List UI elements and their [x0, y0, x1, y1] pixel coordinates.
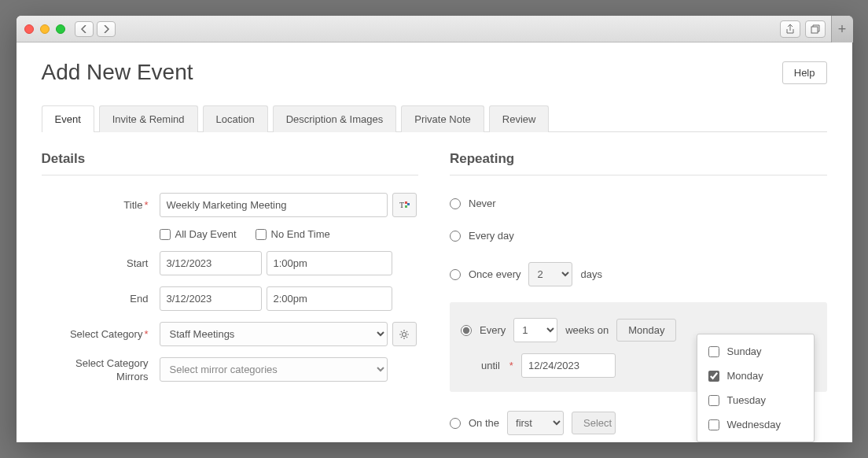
- required-star: *: [144, 328, 148, 340]
- on-the-day-button[interactable]: Select: [572, 412, 616, 434]
- repeat-never-row[interactable]: Never: [450, 193, 827, 214]
- svg-rect-4: [407, 203, 410, 205]
- tab-bar: Event Invite & Remind Location Descripti…: [42, 105, 827, 132]
- format-icon: T: [398, 199, 410, 212]
- mirror-label: Select Category Mirrors: [42, 357, 160, 384]
- help-button[interactable]: Help: [782, 61, 827, 84]
- repeat-once-every-radio[interactable]: [450, 269, 461, 280]
- titlebar: +: [17, 16, 852, 42]
- weekday-popup: Sunday Monday Tuesday Wednesday: [697, 334, 815, 442]
- nav-buttons: [75, 21, 116, 37]
- tabs-icon: [811, 24, 820, 34]
- repeat-weekly-block: Every 1 weeks on Monday until * Sunday: [450, 302, 827, 392]
- traffic-lights: [24, 24, 65, 34]
- minimize-icon[interactable]: [40, 24, 50, 34]
- required-star: *: [144, 199, 148, 211]
- svg-rect-3: [405, 205, 407, 208]
- required-star: *: [509, 360, 513, 371]
- repeat-every-week-radio[interactable]: [461, 325, 472, 336]
- tabs-button[interactable]: [805, 20, 826, 38]
- start-date-input[interactable]: [160, 251, 262, 275]
- repeat-every-day-row[interactable]: Every day: [450, 225, 827, 246]
- repeat-once-every-row[interactable]: Once every 2 days: [450, 257, 827, 291]
- close-icon[interactable]: [24, 24, 34, 34]
- repeat-every-day-radio[interactable]: [450, 231, 461, 242]
- tab-description[interactable]: Description & Images: [273, 105, 397, 132]
- tab-review[interactable]: Review: [489, 105, 550, 132]
- category-select[interactable]: Staff Meetings: [160, 322, 388, 346]
- svg-rect-2: [405, 201, 407, 204]
- all-day-checkbox[interactable]: All Day Event: [160, 228, 237, 240]
- back-button[interactable]: [75, 21, 94, 37]
- category-settings-button[interactable]: [392, 322, 417, 346]
- app-window: + Add New Event Help Event Invite & Remi…: [17, 16, 852, 442]
- repeating-section: Repeating Never Every day Once every 2 d…: [450, 151, 827, 442]
- maximize-icon[interactable]: [56, 24, 65, 34]
- no-end-checkbox[interactable]: No End Time: [256, 228, 330, 240]
- repeat-never-radio[interactable]: [450, 198, 461, 209]
- until-label: until: [481, 360, 500, 371]
- chevron-right-icon: [103, 25, 109, 33]
- day-option-sunday[interactable]: Sunday: [697, 339, 814, 364]
- gear-icon: [398, 328, 410, 341]
- weekday-button[interactable]: Monday: [616, 319, 676, 342]
- tab-private-note[interactable]: Private Note: [401, 105, 484, 132]
- new-tab-button[interactable]: +: [831, 16, 853, 42]
- repeating-heading: Repeating: [450, 151, 827, 175]
- mirror-select[interactable]: Select mirror categories: [160, 357, 388, 382]
- day-option-monday[interactable]: Monday: [697, 364, 814, 388]
- day-option-wednesday[interactable]: Wednesday: [697, 412, 814, 437]
- tab-location[interactable]: Location: [203, 105, 268, 132]
- share-icon: [785, 24, 795, 34]
- svg-text:T: T: [399, 201, 404, 209]
- end-label: End: [42, 293, 160, 305]
- day-option-tuesday[interactable]: Tuesday: [697, 388, 814, 412]
- end-time-input[interactable]: [267, 286, 392, 311]
- details-heading: Details: [42, 151, 419, 175]
- repeat-on-the-radio[interactable]: [450, 418, 461, 429]
- title-input[interactable]: [160, 193, 388, 217]
- start-label: Start: [42, 257, 160, 269]
- share-button[interactable]: [780, 20, 800, 38]
- end-date-input[interactable]: [160, 286, 262, 311]
- once-every-count[interactable]: 2: [528, 262, 572, 286]
- page-title: Add New Event: [42, 60, 193, 85]
- svg-rect-0: [811, 27, 818, 33]
- category-label: Select Category: [70, 328, 143, 340]
- start-time-input[interactable]: [267, 251, 392, 275]
- rich-text-button[interactable]: T: [392, 193, 417, 217]
- tab-invite[interactable]: Invite & Remind: [99, 105, 198, 132]
- forward-button[interactable]: [97, 21, 116, 37]
- tab-event[interactable]: Event: [42, 105, 94, 132]
- on-the-ordinal-select[interactable]: first: [507, 411, 564, 435]
- every-week-count[interactable]: 1: [513, 318, 557, 342]
- details-section: Details Title* T All Day E: [42, 151, 419, 442]
- title-label: Title: [123, 199, 142, 211]
- svg-point-5: [403, 332, 406, 336]
- until-date-input[interactable]: [521, 353, 616, 378]
- chevron-left-icon: [81, 25, 87, 33]
